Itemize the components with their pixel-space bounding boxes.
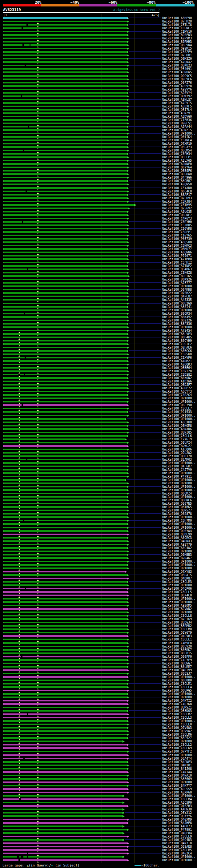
hit-label[interactable]: UniRef100_Q4GXM9 <box>162 818 192 821</box>
hit-label[interactable]: UniRef100_A1D2W6 <box>162 380 192 383</box>
hit-bar[interactable] <box>3 384 127 385</box>
hit-label[interactable]: UniRef100_B5DGJ4 <box>162 621 192 624</box>
hit-arrow-icon[interactable] <box>127 261 129 264</box>
hit-label[interactable]: UniRef100_B7FH81 <box>162 54 192 57</box>
hit-label[interactable]: UniRef100_A9Z0M5 <box>162 604 192 607</box>
hit-bar[interactable] <box>3 255 127 256</box>
hit-label[interactable]: UniRef100_Q9C9C6 <box>162 78 192 81</box>
hit-bar[interactable] <box>3 567 127 569</box>
hit-bar[interactable] <box>3 248 127 250</box>
hit-arrow-icon[interactable] <box>127 299 129 301</box>
hit-bar[interactable] <box>3 493 127 494</box>
hit-label[interactable]: UniRef100_Q9M3Z0 <box>162 57 192 60</box>
hit-arrow-icon[interactable] <box>127 527 129 529</box>
hit-arrow-icon[interactable] <box>127 591 129 593</box>
hit-label[interactable]: UniRef100_B2WG27 <box>162 445 192 448</box>
hit-arrow-icon[interactable] <box>127 499 129 502</box>
hit-arrow-icon[interactable] <box>127 849 129 851</box>
hit-label[interactable]: UniRef100_Q4DR87 <box>162 577 192 580</box>
hit-bar[interactable] <box>3 316 127 318</box>
hit-bar[interactable] <box>3 819 127 820</box>
hit-label[interactable]: UniRef100_Q9SMI5 <box>162 47 192 50</box>
hit-arrow-icon[interactable] <box>127 564 129 566</box>
hit-label[interactable]: UniRef100_Q756V2 <box>162 207 192 210</box>
hit-label[interactable]: UniRef100_B3MSZ1 <box>162 706 192 709</box>
hit-label[interactable]: UniRef100_Q6YY64 <box>162 166 192 169</box>
hit-bar[interactable] <box>3 462 127 464</box>
hit-arrow-icon[interactable] <box>127 404 129 406</box>
hit-label[interactable]: UniRef100_B4M101 <box>162 764 192 767</box>
hit-arrow-icon[interactable] <box>123 832 125 834</box>
hit-bar[interactable] <box>3 523 127 525</box>
hit-label[interactable]: UniRef100_UPI000.. <box>162 601 195 604</box>
hit-bar[interactable] <box>3 768 127 770</box>
hit-label[interactable]: UniRef100_A7E777 <box>162 281 192 284</box>
hit-arrow-icon[interactable] <box>127 24 129 26</box>
hit-arrow-icon[interactable] <box>127 452 129 454</box>
hit-bar[interactable] <box>3 615 127 616</box>
hit-label[interactable]: UniRef100_B8LVP3 <box>162 333 192 336</box>
hit-label[interactable]: UniRef100_Q5CM54 <box>162 149 192 152</box>
hit-arrow-icon[interactable] <box>127 689 129 692</box>
hit-bar[interactable] <box>3 486 127 488</box>
hit-arrow-icon[interactable] <box>127 642 129 645</box>
hit-bar[interactable] <box>3 649 127 651</box>
hit-bar[interactable] <box>3 44 127 46</box>
hit-bar[interactable] <box>3 303 127 304</box>
hit-label[interactable]: UniRef100_B6H4H5 <box>162 336 192 339</box>
hit-bar[interactable] <box>3 690 127 691</box>
hit-arrow-icon[interactable] <box>127 784 129 787</box>
hit-arrow-icon[interactable] <box>127 594 129 597</box>
hit-arrow-icon[interactable] <box>127 750 129 753</box>
hit-label[interactable]: UniRef100_B0CYH9 <box>162 339 192 342</box>
hit-label[interactable]: UniRef100_Q8N5Z7 <box>162 509 192 512</box>
hit-arrow-icon[interactable] <box>127 516 129 519</box>
hit-bar[interactable] <box>3 166 127 168</box>
hit-arrow-icon[interactable] <box>127 319 129 322</box>
hit-label[interactable]: UniRef100_A7S4S4 <box>162 329 192 332</box>
hit-label[interactable]: UniRef100_A4HWJ8 <box>162 808 192 811</box>
hit-label[interactable]: UniRef100_UPI000.. <box>162 478 195 482</box>
hit-label[interactable]: UniRef100_C8CLL6 <box>162 434 192 438</box>
hit-bar[interactable] <box>3 456 127 457</box>
hit-arrow-icon[interactable] <box>127 340 129 342</box>
hit-arrow-icon[interactable] <box>127 95 129 98</box>
hit-arrow-icon[interactable] <box>127 435 129 437</box>
hit-label[interactable]: UniRef100_C0NKC3 <box>162 244 192 247</box>
hit-label[interactable]: UniRef100_UPI000.. <box>162 692 195 695</box>
hit-arrow-icon[interactable] <box>127 102 129 104</box>
hit-arrow-icon[interactable] <box>127 156 129 159</box>
hit-label[interactable]: UniRef100_Q56FF0 <box>162 655 192 658</box>
hit-arrow-icon[interactable] <box>127 387 129 390</box>
hit-label[interactable]: UniRef100_C5GVR8 <box>162 227 192 230</box>
hit-bar[interactable] <box>3 842 127 844</box>
hit-label[interactable]: UniRef100_C8CLL5 <box>162 591 192 594</box>
hit-arrow-icon[interactable] <box>127 544 129 546</box>
hit-bar[interactable] <box>3 591 127 593</box>
hit-arrow-icon[interactable] <box>127 472 129 474</box>
hit-arrow-icon[interactable] <box>127 316 129 318</box>
hit-arrow-icon[interactable] <box>127 448 129 451</box>
hit-bar[interactable] <box>3 228 127 229</box>
hit-label[interactable]: UniRef100_UPI000.. <box>162 472 195 475</box>
hit-bar[interactable] <box>3 34 127 36</box>
hit-bar[interactable] <box>3 197 127 199</box>
hit-label[interactable]: UniRef100_C8CLL4 <box>162 686 192 689</box>
hit-arrow-icon[interactable] <box>127 200 129 203</box>
hit-label[interactable]: UniRef100_A7TMB0 <box>162 258 192 261</box>
hit-bar[interactable] <box>3 758 127 759</box>
hit-arrow-icon[interactable] <box>127 159 129 162</box>
hit-arrow-icon[interactable] <box>127 17 129 20</box>
hit-arrow-icon[interactable] <box>127 673 129 675</box>
hit-bar[interactable] <box>3 116 127 117</box>
hit-label[interactable]: UniRef100_B8P336 <box>162 322 192 326</box>
hit-label[interactable]: UniRef100_Q9FZ76 <box>162 81 192 84</box>
hit-bar[interactable] <box>3 659 127 661</box>
hit-arrow-icon[interactable] <box>127 441 129 444</box>
hit-arrow-icon[interactable] <box>127 693 129 695</box>
hit-label[interactable]: UniRef100_Q8UWG7 <box>162 662 192 665</box>
hit-arrow-icon[interactable] <box>127 288 129 291</box>
hit-label[interactable]: UniRef100_A9SVY6 <box>162 88 192 91</box>
hit-label[interactable]: UniRef100_C5DS82 <box>162 373 192 376</box>
hit-bar[interactable] <box>3 785 127 786</box>
